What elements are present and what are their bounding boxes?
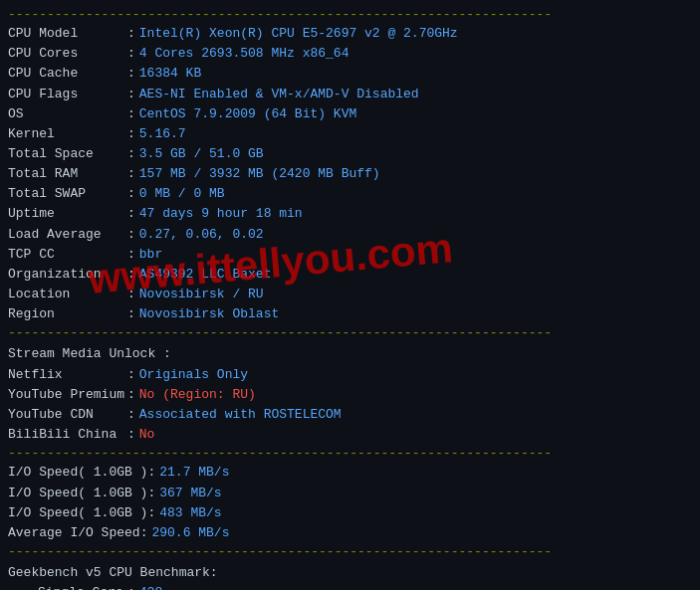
uptime-label: Uptime xyxy=(8,204,127,224)
tcp-cc-value: bbr xyxy=(139,245,162,265)
io-speed-1-value: 21.7 MB/s xyxy=(159,463,229,483)
location-label: Location xyxy=(8,285,127,304)
single-core-label: Single Core xyxy=(8,583,127,590)
youtube-cdn-label: YouTube CDN xyxy=(8,405,127,425)
cpu-model-label: CPU Model xyxy=(8,24,127,44)
table-row: Kernel : 5.16.7 xyxy=(8,124,692,144)
netflix-label: Netflix xyxy=(8,365,127,385)
table-row: Region : Novosibirsk Oblast xyxy=(8,304,692,324)
table-row: Single Core : 428 xyxy=(8,583,692,590)
youtube-cdn-value: Associated with ROSTELECOM xyxy=(139,405,342,425)
table-row: I/O Speed( 1.0GB ) : 367 MB/s xyxy=(8,484,692,503)
top-divider: ----------------------------------------… xyxy=(8,6,692,24)
kernel-value: 5.16.7 xyxy=(139,124,186,144)
table-row: CPU Flags : AES-NI Enabled & VM-x/AMD-V … xyxy=(8,85,692,104)
divider-4: ----------------------------------------… xyxy=(8,543,692,561)
load-avg-label: Load Average xyxy=(8,225,127,245)
avg-io-label: Average I/O Speed xyxy=(8,523,140,543)
total-swap-label: Total SWAP xyxy=(8,184,127,204)
youtube-premium-value: No (Region: RU) xyxy=(139,385,256,405)
single-core-value: 428 xyxy=(139,583,162,590)
stream-section: Stream Media Unlock : Netflix : Original… xyxy=(8,344,692,445)
load-avg-value: 0.27, 0.06, 0.02 xyxy=(139,225,264,245)
table-row: CPU Model : Intel(R) Xeon(R) CPU E5-2697… xyxy=(8,24,692,44)
cpu-cores-value: 4 Cores 2693.508 MHz x86_64 xyxy=(139,44,350,64)
region-label: Region xyxy=(8,304,127,324)
table-row: CPU Cores : 4 Cores 2693.508 MHz x86_64 xyxy=(8,44,692,64)
organization-label: Organization xyxy=(8,265,127,285)
avg-io-value: 290.6 MB/s xyxy=(151,523,229,543)
total-space-value: 3.5 GB / 51.0 GB xyxy=(139,144,264,164)
kernel-label: Kernel xyxy=(8,124,127,144)
divider-3: ----------------------------------------… xyxy=(8,445,692,463)
io-section: I/O Speed( 1.0GB ) : 21.7 MB/s I/O Speed… xyxy=(8,463,692,543)
tcp-cc-label: TCP CC xyxy=(8,245,127,265)
table-row: Total SWAP : 0 MB / 0 MB xyxy=(8,184,692,204)
bilibili-label: BiliBili China xyxy=(8,425,127,445)
os-label: OS xyxy=(8,104,127,124)
table-row: Total RAM : 157 MB / 3932 MB (2420 MB Bu… xyxy=(8,164,692,184)
io-speed-3-label: I/O Speed( 1.0GB ) xyxy=(8,503,147,523)
cpu-cache-value: 16384 KB xyxy=(139,64,201,84)
system-info-section: CPU Model : Intel(R) Xeon(R) CPU E5-2697… xyxy=(8,24,692,324)
table-row: TCP CC : bbr xyxy=(8,245,692,265)
table-row: Location : Novosibirsk / RU xyxy=(8,285,692,304)
cpu-cores-label: CPU Cores xyxy=(8,44,127,64)
uptime-value: 47 days 9 hour 18 min xyxy=(139,204,303,224)
io-speed-3-value: 483 MB/s xyxy=(159,503,221,523)
region-value: Novosibirsk Oblast xyxy=(139,304,279,324)
table-row: CPU Cache : 16384 KB xyxy=(8,64,692,84)
table-row: Average I/O Speed : 290.6 MB/s xyxy=(8,523,692,543)
table-row: Uptime : 47 days 9 hour 18 min xyxy=(8,204,692,224)
total-swap-value: 0 MB / 0 MB xyxy=(139,184,225,204)
cpu-model-value: Intel(R) Xeon(R) CPU E5-2697 v2 @ 2.70GH… xyxy=(139,24,458,44)
total-space-label: Total Space xyxy=(8,144,127,164)
table-row: I/O Speed( 1.0GB ) : 483 MB/s xyxy=(8,503,692,523)
table-row: Netflix : Originals Only xyxy=(8,365,692,385)
bench-title: Geekbench v5 CPU Benchmark: xyxy=(8,563,692,583)
divider-2: ----------------------------------------… xyxy=(8,324,692,342)
cpu-flags-value: AES-NI Enabled & VM-x/AMD-V Disabled xyxy=(139,85,419,104)
location-value: Novosibirsk / RU xyxy=(139,285,264,304)
table-row: YouTube CDN : Associated with ROSTELECOM xyxy=(8,405,692,425)
table-row: Organization : AS49392 LLC Baxet xyxy=(8,265,692,285)
table-row: YouTube Premium : No (Region: RU) xyxy=(8,385,692,405)
bench-section: Geekbench v5 CPU Benchmark: Single Core … xyxy=(8,563,692,590)
cpu-flags-label: CPU Flags xyxy=(8,85,127,104)
stream-title: Stream Media Unlock : xyxy=(8,344,692,364)
io-speed-1-label: I/O Speed( 1.0GB ) xyxy=(8,463,147,483)
youtube-premium-label: YouTube Premium xyxy=(8,385,127,405)
table-row: OS : CentOS 7.9.2009 (64 Bit) KVM xyxy=(8,104,692,124)
table-row: Total Space : 3.5 GB / 51.0 GB xyxy=(8,144,692,164)
table-row: I/O Speed( 1.0GB ) : 21.7 MB/s xyxy=(8,463,692,483)
bilibili-value: No xyxy=(139,425,155,445)
total-ram-label: Total RAM xyxy=(8,164,127,184)
os-value: CentOS 7.9.2009 (64 Bit) KVM xyxy=(139,104,356,124)
io-speed-2-value: 367 MB/s xyxy=(159,484,221,503)
io-speed-2-label: I/O Speed( 1.0GB ) xyxy=(8,484,147,503)
table-row: BiliBili China : No xyxy=(8,425,692,445)
total-ram-value: 157 MB / 3932 MB (2420 MB Buff) xyxy=(139,164,380,184)
table-row: Load Average : 0.27, 0.06, 0.02 xyxy=(8,225,692,245)
organization-value: AS49392 LLC Baxet xyxy=(139,265,272,285)
netflix-value: Originals Only xyxy=(139,365,248,385)
cpu-cache-label: CPU Cache xyxy=(8,64,127,84)
